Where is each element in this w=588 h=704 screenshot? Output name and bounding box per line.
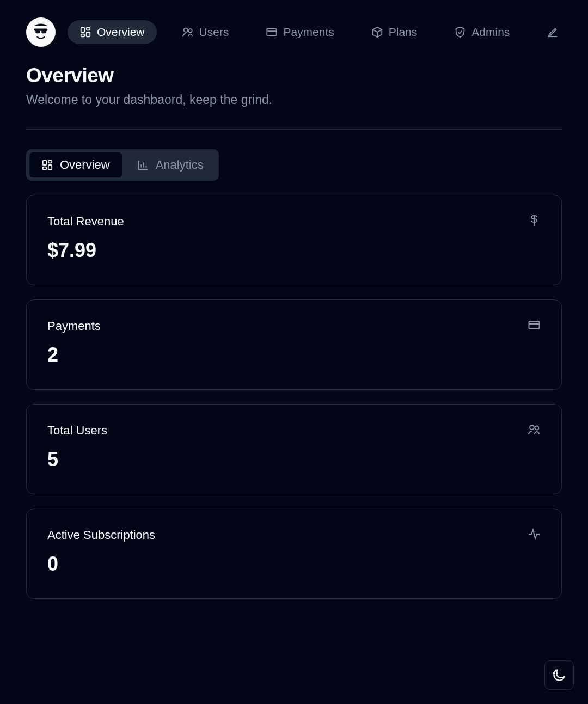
card-label: Total Users [47,424,107,438]
users-icon [182,26,194,38]
moon-stars-icon [551,667,567,683]
page: Overview Welcome to your dashbaord, keep… [0,64,588,599]
divider [26,129,562,130]
card-label: Total Revenue [47,215,124,229]
card-total-revenue: Total Revenue $7.99 [26,195,562,285]
nav-label: Payments [283,26,334,39]
dashboard-icon [41,159,53,171]
tab-label: Overview [60,158,110,172]
card-total-users: Total Users 5 [26,404,562,494]
tab-overview[interactable]: Overview [29,152,122,177]
dollar-icon [528,214,541,229]
nav-item-payments[interactable]: Payments [254,20,346,44]
pencil-icon [547,26,559,38]
users-icon [528,423,541,438]
tab-analytics[interactable]: Analytics [125,152,216,177]
svg-rect-21 [41,30,46,34]
box-icon [371,26,383,38]
nav-item-admins[interactable]: Admins [442,20,522,44]
stat-cards: Total Revenue $7.99 Payments 2 Total Use… [26,195,562,599]
avatar-face-icon [29,20,53,44]
topbar: Overview Users Payments Plans Admins Pos [0,0,588,63]
card-value: 5 [47,448,541,471]
bar-chart-icon [137,159,149,171]
page-title: Overview [26,64,562,87]
avatar[interactable] [26,17,56,47]
activity-icon [528,528,541,543]
nav-item-posts[interactable]: Pos [535,20,562,44]
tab-label: Analytics [156,158,204,172]
card-value: 2 [47,344,541,366]
nav-label: Overview [97,26,145,39]
card-label: Active Subscriptions [47,528,155,542]
content-tabs: Overview Analytics [26,149,219,181]
nav-label: Plans [389,26,418,39]
nav-item-overview[interactable]: Overview [68,20,157,44]
card-active-subscriptions: Active Subscriptions 0 [26,509,562,599]
main-nav: Overview Users Payments Plans Admins Pos [68,20,562,44]
card-payments: Payments 2 [26,299,562,390]
credit-card-icon [528,319,541,334]
nav-label: Admins [471,26,510,39]
theme-toggle-button[interactable] [544,660,574,690]
nav-label: Users [199,26,229,39]
card-value: 0 [47,553,541,576]
page-subtitle: Welcome to your dashbaord, keep the grin… [26,93,562,107]
card-label: Payments [47,319,101,333]
nav-item-plans[interactable]: Plans [359,20,430,44]
dashboard-icon [79,26,91,38]
nav-item-users[interactable]: Users [170,20,241,44]
credit-card-icon [266,26,278,38]
card-value: $7.99 [47,239,541,262]
shield-icon [454,26,466,38]
svg-rect-20 [35,30,40,34]
